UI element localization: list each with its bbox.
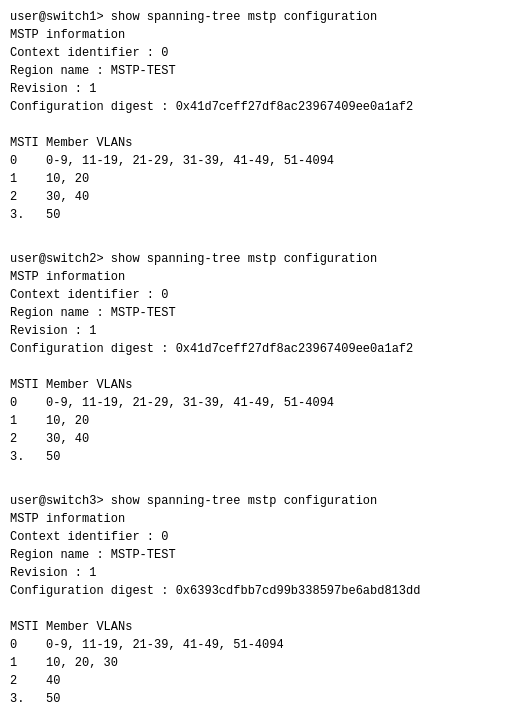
output-line-switch1-8: 1 10, 20 [10, 170, 515, 188]
terminal-container: user@switch1> show spanning-tree mstp co… [10, 8, 515, 708]
output-line-switch2-10: 3. 50 [10, 448, 515, 466]
output-line-switch2-4: Configuration digest : 0x41d7ceff27df8ac… [10, 340, 515, 358]
output-line-switch1-6: MSTI Member VLANs [10, 134, 515, 152]
output-line-switch3-3: Revision : 1 [10, 564, 515, 582]
output-line-switch1-1: Context identifier : 0 [10, 44, 515, 62]
output-line-switch1-10: 3. 50 [10, 206, 515, 224]
output-line-switch1-4: Configuration digest : 0x41d7ceff27df8ac… [10, 98, 515, 116]
output-line-switch2-7: 0 0-9, 11-19, 21-29, 31-39, 41-49, 51-40… [10, 394, 515, 412]
terminal-section-switch1: user@switch1> show spanning-tree mstp co… [10, 8, 515, 242]
output-line-switch1-2: Region name : MSTP-TEST [10, 62, 515, 80]
output-line-switch2-5 [10, 358, 515, 376]
output-line-switch3-4: Configuration digest : 0x6393cdfbb7cd99b… [10, 582, 515, 600]
output-line-switch1-3: Revision : 1 [10, 80, 515, 98]
output-line-switch2-1: Context identifier : 0 [10, 286, 515, 304]
output-line-switch3-6: MSTI Member VLANs [10, 618, 515, 636]
terminal-section-switch3: user@switch3> show spanning-tree mstp co… [10, 492, 515, 708]
output-line-switch2-9: 2 30, 40 [10, 430, 515, 448]
output-line-switch3-2: Region name : MSTP-TEST [10, 546, 515, 564]
output-line-switch3-0: MSTP information [10, 510, 515, 528]
command-line-switch3: user@switch3> show spanning-tree mstp co… [10, 492, 515, 510]
output-line-switch2-2: Region name : MSTP-TEST [10, 304, 515, 322]
output-line-switch2-3: Revision : 1 [10, 322, 515, 340]
output-line-switch3-7: 0 0-9, 11-19, 21-39, 41-49, 51-4094 [10, 636, 515, 654]
output-line-switch2-8: 1 10, 20 [10, 412, 515, 430]
spacer [10, 224, 515, 242]
output-line-switch1-7: 0 0-9, 11-19, 21-29, 31-39, 41-49, 51-40… [10, 152, 515, 170]
output-line-switch2-6: MSTI Member VLANs [10, 376, 515, 394]
output-line-switch2-0: MSTP information [10, 268, 515, 286]
spacer [10, 466, 515, 484]
output-line-switch3-10: 3. 50 [10, 690, 515, 708]
output-line-switch3-5 [10, 600, 515, 618]
terminal-section-switch2: user@switch2> show spanning-tree mstp co… [10, 250, 515, 484]
output-line-switch3-8: 1 10, 20, 30 [10, 654, 515, 672]
command-line-switch2: user@switch2> show spanning-tree mstp co… [10, 250, 515, 268]
output-line-switch1-0: MSTP information [10, 26, 515, 44]
output-line-switch3-9: 2 40 [10, 672, 515, 690]
command-line-switch1: user@switch1> show spanning-tree mstp co… [10, 8, 515, 26]
output-line-switch3-1: Context identifier : 0 [10, 528, 515, 546]
output-line-switch1-5 [10, 116, 515, 134]
output-line-switch1-9: 2 30, 40 [10, 188, 515, 206]
